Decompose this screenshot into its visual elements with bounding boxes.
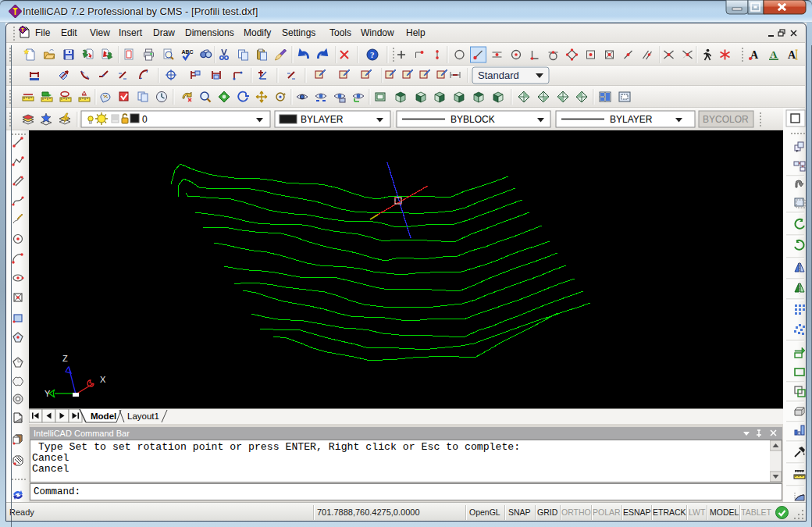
svg-text:Z: Z	[62, 354, 68, 363]
svg-text:BYLAYER: BYLAYER	[610, 114, 653, 125]
svg-text:ABC: ABC	[182, 49, 194, 55]
svg-text:A: A	[770, 48, 778, 60]
svg-text:Layout1: Layout1	[127, 411, 159, 421]
svg-text:Standard: Standard	[478, 69, 519, 81]
svg-text:0: 0	[142, 114, 148, 125]
svg-text:X: X	[100, 375, 106, 384]
svg-text:BYCOLOR: BYCOLOR	[703, 114, 749, 125]
svg-text:?: ?	[370, 50, 375, 59]
svg-text:Model: Model	[91, 411, 116, 421]
svg-text:A: A	[788, 49, 796, 61]
svg-text:BYBLOCK: BYBLOCK	[451, 114, 495, 125]
svg-text:BYLAYER: BYLAYER	[301, 114, 344, 125]
svg-text:Y: Y	[45, 389, 51, 398]
